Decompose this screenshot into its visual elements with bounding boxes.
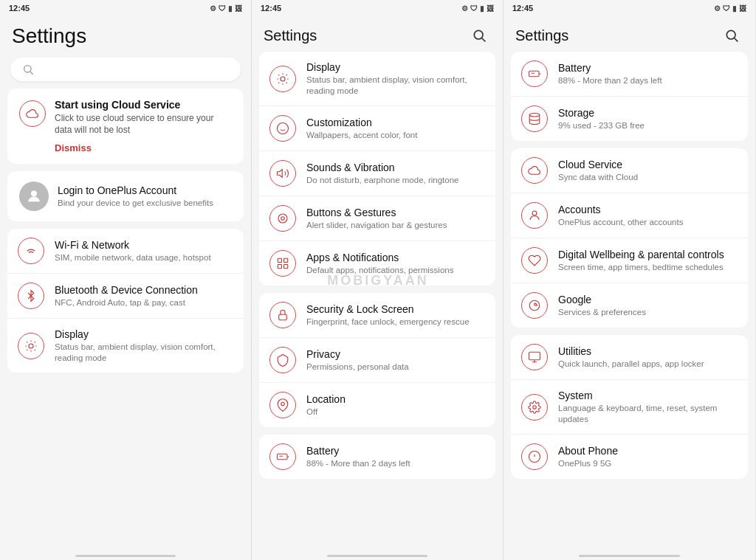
- search-bar-1[interactable]: [10, 58, 241, 81]
- search-button-2[interactable]: [467, 24, 491, 47]
- p2-item-4-title: Apps & Notifications: [306, 251, 485, 264]
- gestures-icon: [269, 205, 296, 232]
- svg-line-5: [482, 38, 486, 42]
- svg-point-24: [533, 405, 537, 409]
- list-item[interactable]: Battery 88% - More than 2 days left: [259, 435, 495, 479]
- list-item[interactable]: Sounds & Vibration Do not disturb, earph…: [259, 151, 495, 196]
- card-group-3a: Battery 88% - More than 2 days left Stor…: [511, 52, 748, 141]
- svg-rect-19: [529, 71, 540, 77]
- svg-point-17: [726, 30, 735, 39]
- display-title-p1: Display: [55, 328, 233, 341]
- p3-item-1-sub: 9% used - 233 GB free: [558, 120, 738, 131]
- list-item[interactable]: Buttons & Gestures Alert slider, navigat…: [259, 196, 495, 241]
- list-item[interactable]: Digital Wellbeing & parental controls Sc…: [511, 238, 748, 283]
- svg-rect-11: [284, 258, 288, 262]
- svg-point-21: [532, 211, 537, 215]
- p3-item-4-title: Digital Wellbeing & parental controls: [558, 248, 738, 261]
- location-icon: [269, 392, 296, 418]
- bluetooth-icon: [18, 283, 44, 309]
- time-2: 12:45: [261, 4, 281, 13]
- list-item[interactable]: Accounts OnePlus account, other accounts: [511, 193, 748, 238]
- status-bar-2: 12:45 ⚙ 🛡 ▮ 🖼: [252, 0, 503, 16]
- svg-line-18: [735, 38, 738, 42]
- svg-point-4: [474, 30, 483, 39]
- p2-item-0-sub: Status bar, ambient display, vision comf…: [306, 75, 485, 97]
- google-icon: [521, 292, 548, 319]
- custom-icon: [269, 115, 296, 142]
- main-items-group-1: Wi-Fi & Network SIM, mobile network, dat…: [7, 229, 244, 373]
- list-item[interactable]: Customization Wallpapers, accent color, …: [259, 106, 495, 151]
- display-text-p1: Display Status bar, ambient display, vis…: [55, 328, 233, 364]
- svg-marker-7: [278, 170, 283, 178]
- p3-item-2-sub: Sync data with Cloud: [558, 172, 738, 183]
- list-item[interactable]: Security & Lock Screen Fingerprint, face…: [259, 293, 495, 338]
- bluetooth-text: Bluetooth & Device Connection NFC, Andro…: [55, 283, 233, 308]
- settings-list-2: Display Status bar, ambient display, vis…: [252, 52, 503, 552]
- wifi-title: Wi-Fi & Network: [55, 238, 233, 252]
- svg-rect-14: [279, 314, 287, 320]
- search-icon-2: [472, 28, 487, 43]
- list-item[interactable]: Utilities Quick launch, parallel apps, a…: [511, 335, 748, 380]
- p2-item-1-title: Customization: [306, 116, 485, 129]
- promo-card[interactable]: Start using Cloud Service Click to use c…: [7, 89, 244, 165]
- wifi-sub: SIM, mobile network, data usage, hotspot: [55, 252, 233, 263]
- p3-item-7-title: System: [558, 389, 738, 402]
- time-3: 12:45: [512, 4, 533, 13]
- list-item[interactable]: Storage 9% used - 233 GB free: [511, 97, 748, 141]
- status-icons-3: ⚙ 🛡 ▮ 🖼: [714, 4, 746, 13]
- p2-item-3-sub: Alert slider, navigation bar & gestures: [306, 220, 485, 231]
- system-icon: [521, 394, 548, 421]
- about-icon: [521, 443, 548, 470]
- p2-item-0-title: Display: [306, 61, 485, 74]
- p2-item-8-title: Battery: [306, 444, 485, 457]
- svg-rect-23: [529, 352, 540, 360]
- dismiss-button[interactable]: Dismiss: [55, 142, 232, 153]
- status-icons-1: ⚙ 🛡 ▮ 🖼: [210, 4, 242, 13]
- svg-point-15: [281, 402, 285, 406]
- p3-item-6-sub: Quick launch, parallel apps, app locker: [558, 359, 738, 370]
- p3-item-0-sub: 88% - More than 2 days left: [558, 75, 738, 86]
- list-item[interactable]: Bluetooth & Device Connection NFC, Andro…: [7, 274, 244, 319]
- battery-icon: ▮: [228, 4, 233, 13]
- p3-item-3-sub: OnePlus account, other accounts: [558, 217, 738, 228]
- p2-item-6-sub: Permissions, personal data: [306, 362, 485, 373]
- list-item[interactable]: Google Services & preferences: [511, 283, 748, 328]
- list-item[interactable]: About Phone OnePlus 9 5G: [511, 435, 748, 479]
- list-item[interactable]: Wi-Fi & Network SIM, mobile network, dat…: [7, 229, 244, 274]
- p3-item-8-title: About Phone: [558, 444, 738, 457]
- wifi-text: Wi-Fi & Network SIM, mobile network, dat…: [55, 238, 233, 263]
- list-item[interactable]: Display Status bar, ambient display, vis…: [7, 319, 244, 373]
- svg-point-8: [281, 217, 285, 221]
- p3-item-5-sub: Services & preferences: [558, 307, 738, 318]
- list-item[interactable]: Battery 88% - More than 2 days left: [511, 52, 748, 97]
- login-card[interactable]: Login to OnePlus Account Bind your devic…: [7, 171, 244, 221]
- security-icon: [269, 302, 296, 328]
- search-button-3[interactable]: [720, 24, 743, 47]
- panel-1: 12:45 ⚙ 🛡 ▮ 🖼 Settings: [0, 0, 252, 560]
- list-item[interactable]: Location Off: [259, 383, 495, 427]
- svg-point-2: [31, 191, 36, 196]
- promo-subtitle: Click to use cloud service to ensure you…: [55, 112, 232, 137]
- utilities-icon: [521, 344, 548, 370]
- p2-item-4-sub: Default apps, notifications, permissions: [306, 265, 485, 276]
- login-title: Login to OnePlus Account: [58, 184, 213, 197]
- list-item[interactable]: Privacy Permissions, personal data: [259, 338, 495, 383]
- p2-item-8-sub: 88% - More than 2 days left: [306, 458, 485, 469]
- list-item[interactable]: Display Status bar, ambient display, vis…: [259, 52, 495, 106]
- scroll-indicator-3: [579, 555, 679, 557]
- promo-title: Start using Cloud Service: [55, 99, 232, 111]
- svg-point-20: [529, 114, 540, 117]
- bt-title: Bluetooth & Device Connection: [55, 283, 233, 297]
- scroll-indicator-1: [75, 555, 176, 557]
- p3-item-3-title: Accounts: [558, 203, 738, 216]
- list-item[interactable]: Cloud Service Sync data with Cloud: [511, 148, 748, 193]
- scroll-indicator-2: [327, 555, 427, 557]
- svg-rect-10: [278, 258, 281, 262]
- wifi-icon: [18, 238, 44, 264]
- list-item[interactable]: System Language & keyboard, time, reset,…: [511, 380, 748, 435]
- p3-item-7-sub: Language & keyboard, time, reset, system…: [558, 403, 738, 425]
- list-item[interactable]: Apps & Notifications Default apps, notif…: [259, 241, 495, 286]
- privacy-icon: [269, 347, 296, 373]
- cloud-promo-icon: [19, 100, 46, 127]
- card-group-3c: Utilities Quick launch, parallel apps, a…: [511, 335, 748, 479]
